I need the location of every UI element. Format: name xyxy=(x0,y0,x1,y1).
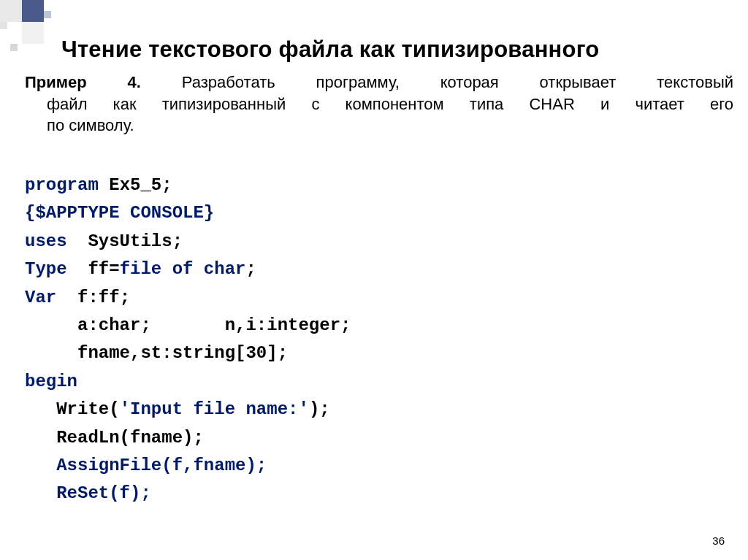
desc-line2: файл как типизированный с компонентом ти… xyxy=(25,93,733,115)
code-block: program Ex5_5; {$APPTYPE CONSOLE} uses S… xyxy=(25,172,733,508)
code-l7: fname,st:string[30]; xyxy=(25,343,288,363)
code-l11: AssignFile(f,fname); xyxy=(25,456,267,475)
code-l5-rest: f:ff; xyxy=(56,288,130,307)
code-l3-rest: SysUtils; xyxy=(67,231,183,251)
kw-uses: uses xyxy=(25,231,67,251)
code-l10: ReadLn(fname); xyxy=(25,428,204,448)
code-l9-pre: Write( xyxy=(25,399,120,419)
string-literal: 'Input file name:' xyxy=(120,399,309,419)
example-label: Пример 4. xyxy=(25,73,141,91)
desc-line3: по символу. xyxy=(25,115,733,137)
code-l1-rest: Ex5_5; xyxy=(99,175,172,195)
slide-content: Чтение текстового файла как типизированн… xyxy=(0,0,748,508)
kw-type: Type xyxy=(25,259,67,279)
code-l4-tail: ; xyxy=(245,259,256,279)
kw-fileof: file of char xyxy=(120,259,246,279)
code-l6: a:char; n,i:integer; xyxy=(25,315,351,335)
kw-program: program xyxy=(25,175,99,195)
kw-var: Var xyxy=(25,288,56,307)
directive: {$APPTYPE CONSOLE} xyxy=(25,203,214,223)
desc-line1: Разработать программу, которая открывает… xyxy=(141,73,733,91)
slide-title: Чтение текстового файла как типизированн… xyxy=(61,37,733,63)
code-l9-post: ); xyxy=(309,399,330,419)
kw-begin: begin xyxy=(25,372,77,391)
code-l12: ReSet(f); xyxy=(25,483,151,503)
page-number: 36 xyxy=(712,534,725,547)
example-description: Пример 4. Разработать программу, которая… xyxy=(25,72,733,137)
code-l4-rest: ff= xyxy=(67,259,120,279)
